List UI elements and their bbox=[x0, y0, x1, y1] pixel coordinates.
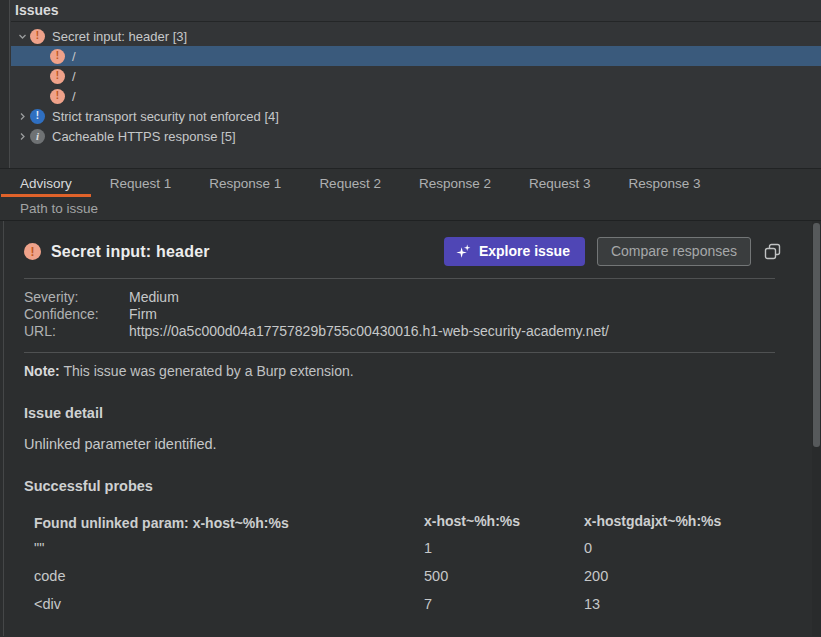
issue-tree-label: Secret input: header [3] bbox=[52, 29, 187, 44]
field-value: Medium bbox=[129, 289, 179, 306]
table-cell: 500 bbox=[424, 559, 584, 587]
issue-detail-heading: Issue detail bbox=[24, 405, 781, 421]
table-cell: 7 bbox=[424, 587, 584, 615]
issue-tree-label: / bbox=[72, 49, 76, 64]
issue-tree-label: Cacheable HTTPS response [5] bbox=[52, 129, 236, 144]
explore-issue-button[interactable]: Explore issue bbox=[444, 237, 585, 266]
chevron-down-icon[interactable] bbox=[14, 32, 30, 41]
field-label: URL: bbox=[24, 323, 129, 340]
table-row: <div713 bbox=[34, 587, 759, 615]
table-cell: code bbox=[34, 559, 424, 587]
note-text: This issue was generated by a Burp exten… bbox=[60, 363, 354, 379]
issue-tree-item[interactable]: iCacheable HTTPS response [5] bbox=[11, 126, 821, 146]
tab-advisory[interactable]: Advisory bbox=[1, 169, 91, 197]
compare-responses-button[interactable]: Compare responses bbox=[597, 237, 751, 266]
field-label: Confidence: bbox=[24, 306, 129, 323]
severity-medium-icon: ! bbox=[24, 243, 41, 260]
issues-panel: Issues !Secret input: header [3]!/!/!/!S… bbox=[0, 0, 821, 169]
tab-response-2[interactable]: Response 2 bbox=[400, 169, 510, 197]
table-cell: 0 bbox=[584, 531, 759, 559]
field-value: Firm bbox=[129, 306, 157, 323]
issue-tree-item[interactable]: !/ bbox=[11, 46, 821, 66]
issue-tree-label: / bbox=[72, 69, 76, 84]
table-row: code500200 bbox=[34, 559, 759, 587]
field-row: URL:https://0a5c000d04a17757829b755c0043… bbox=[24, 323, 781, 340]
note-label: Note: bbox=[24, 363, 60, 379]
divider bbox=[24, 352, 775, 353]
table-cell: 200 bbox=[584, 559, 759, 587]
panel-divider bbox=[3, 221, 4, 636]
warning-orange-icon: ! bbox=[50, 89, 65, 104]
field-label: Severity: bbox=[24, 289, 129, 306]
field-row: Severity:Medium bbox=[24, 289, 781, 306]
tab-response-1[interactable]: Response 1 bbox=[190, 169, 300, 197]
issue-title: Secret input: header bbox=[51, 243, 444, 261]
issue-fields: Severity:MediumConfidence:FirmURL:https:… bbox=[24, 289, 781, 340]
field-value: https://0a5c000d04a17757829b755c00430016… bbox=[129, 323, 609, 340]
subtabs-bar: Path to issue bbox=[0, 197, 821, 221]
table-row: ""10 bbox=[34, 531, 759, 559]
scrollbar-thumb[interactable] bbox=[813, 223, 820, 447]
table-cell: <div bbox=[34, 587, 424, 615]
field-row: Confidence:Firm bbox=[24, 306, 781, 323]
issue-tree-item[interactable]: !Strict transport security not enforced … bbox=[11, 106, 821, 126]
warning-orange-icon: ! bbox=[50, 69, 65, 84]
issue-tree-item[interactable]: !/ bbox=[11, 86, 821, 106]
tab-request-1[interactable]: Request 1 bbox=[91, 169, 191, 197]
issues-tree: !Secret input: header [3]!/!/!/!Strict t… bbox=[11, 22, 821, 146]
probes-table-header: Found unlinked param: x-host~%h:%s bbox=[34, 511, 424, 531]
warning-orange-icon: ! bbox=[30, 29, 45, 44]
table-cell: 1 bbox=[424, 531, 584, 559]
tab-request-3[interactable]: Request 3 bbox=[510, 169, 610, 197]
issues-panel-title: Issues bbox=[11, 0, 821, 22]
tab-response-3[interactable]: Response 3 bbox=[610, 169, 720, 197]
copy-button[interactable] bbox=[764, 243, 781, 260]
chevron-right-icon[interactable] bbox=[14, 132, 30, 141]
probes-table: Found unlinked param: x-host~%h:%sx-host… bbox=[34, 511, 759, 615]
tab-request-2[interactable]: Request 2 bbox=[300, 169, 400, 197]
warning-orange-icon: ! bbox=[50, 49, 65, 64]
chevron-right-icon[interactable] bbox=[14, 112, 30, 121]
warning-blue-icon: ! bbox=[30, 109, 45, 124]
panel-left-edge bbox=[0, 0, 10, 168]
advisory-tabs-bar: AdvisoryRequest 1Response 1Request 2Resp… bbox=[0, 169, 821, 197]
vertical-scrollbar[interactable] bbox=[812, 221, 821, 636]
note-line: Note: This issue was generated by a Burp… bbox=[24, 363, 781, 379]
issue-tree-label: Strict transport security not enforced [… bbox=[52, 109, 279, 124]
divider bbox=[24, 278, 775, 279]
successful-probes-heading: Successful probes bbox=[24, 478, 781, 494]
table-cell: "" bbox=[34, 531, 424, 559]
issue-tree-item[interactable]: !/ bbox=[11, 66, 821, 86]
copy-icon bbox=[764, 243, 781, 260]
tab-path-to-issue[interactable]: Path to issue bbox=[20, 201, 98, 216]
probes-table-header: x-hostgdajxt~%h:%s bbox=[584, 511, 759, 531]
ai-sparkle-icon bbox=[456, 244, 471, 259]
probes-table-body: ""10code500200<div713 bbox=[34, 531, 759, 615]
explore-issue-label: Explore issue bbox=[479, 243, 570, 259]
probes-table-header-row: Found unlinked param: x-host~%h:%sx-host… bbox=[34, 511, 759, 531]
table-cell: 13 bbox=[584, 587, 759, 615]
advisory-panel: ! Secret input: header Explore issue Com… bbox=[0, 221, 821, 636]
issue-detail-text: Unlinked parameter identified. bbox=[24, 436, 781, 452]
issue-tree-item[interactable]: !Secret input: header [3] bbox=[11, 26, 821, 46]
info-gray-icon: i bbox=[30, 129, 45, 144]
probes-table-header: x-host~%h:%s bbox=[424, 511, 584, 531]
issue-tree-label: / bbox=[72, 89, 76, 104]
